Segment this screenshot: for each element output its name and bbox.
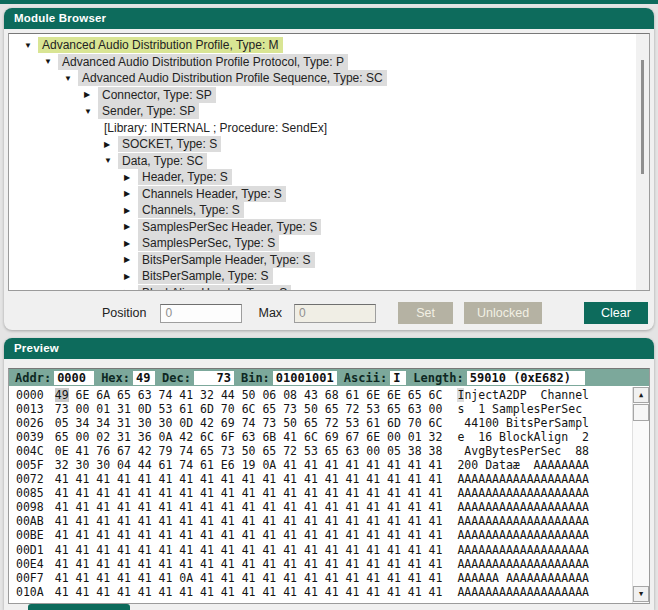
hex-row-ascii[interactable]: AAAAAA AAAAAAAAAAAA <box>457 571 589 585</box>
hex-row-bytes[interactable]: 41 41 41 41 41 41 41 41 41 41 41 41 41 4… <box>55 585 443 599</box>
tree-item[interactable]: ▶BitsPerSample, Type: S <box>9 268 649 285</box>
hex-row-bytes[interactable]: 41 41 41 41 41 41 41 41 41 41 41 41 41 4… <box>55 500 443 514</box>
selected-byte[interactable]: 49 <box>55 388 69 402</box>
hex-row-ascii[interactable]: AAAAAAAAAAAAAAAAAAA <box>457 500 589 514</box>
tree-item[interactable]: ▶Channels, Type: S <box>9 202 649 219</box>
tree-item[interactable]: ▶BitsPerSample Header, Type: S <box>9 252 649 269</box>
hex-row-ascii[interactable]: AvgBytesPerSec 88 <box>457 444 589 458</box>
hex-row-bytes[interactable]: 41 41 41 41 41 41 41 41 41 41 41 41 41 4… <box>55 543 443 557</box>
hex-row-bytes[interactable]: 41 41 41 41 41 41 41 41 41 41 41 41 41 4… <box>55 528 443 542</box>
tree-item[interactable]: ▶SamplesPerSec Header, Type: S <box>9 219 649 236</box>
hex-row-ascii[interactable]: AAAAAAAAAAAAAAAAAAA <box>457 557 589 571</box>
bin-value: 01001001 <box>273 371 337 385</box>
tree-item[interactable]: ▼Advanced Audio Distribution Profile, Ty… <box>9 37 649 54</box>
hex-row[interactable]: 008541 41 41 41 41 41 41 41 41 41 41 41 … <box>16 486 649 500</box>
tree-item[interactable]: ▶SamplesPerSec, Type: S <box>9 235 649 252</box>
tree-item-label: Advanced Audio Distribution Profile, Typ… <box>38 37 283 53</box>
hex-row-bytes[interactable]: 41 41 41 41 41 41 41 41 41 41 41 41 41 4… <box>55 472 443 486</box>
tree-item[interactable]: ▼Advanced Audio Distribution Profile Pro… <box>9 54 649 71</box>
scroll-up-icon[interactable]: ▲ <box>633 387 649 403</box>
hex-row[interactable]: 00BE41 41 41 41 41 41 41 41 41 41 41 41 … <box>16 528 649 542</box>
hex-row-ascii[interactable]: 200 Dataæ AAAAAAAA <box>457 458 589 472</box>
hex-row[interactable]: 00E441 41 41 41 41 41 41 41 41 41 41 41 … <box>16 557 649 571</box>
hex-row[interactable]: 000049 6E 6A 65 63 74 41 32 44 50 06 08 … <box>16 388 649 402</box>
tree-item-label: Header, Type: S <box>138 169 232 185</box>
hex-row[interactable]: 003965 00 02 31 36 0A 42 6C 6F 63 6B 41 … <box>16 430 649 444</box>
hex-row-bytes[interactable]: 41 41 41 41 41 41 41 41 41 41 41 41 41 4… <box>55 486 443 500</box>
tree-item[interactable]: ▼Advanced Audio Distribution Profile Seq… <box>9 70 649 87</box>
hex-row[interactable]: 00F741 41 41 41 41 41 0A 41 41 41 41 41 … <box>16 571 649 585</box>
hex-row[interactable]: 005F32 30 30 04 44 61 74 61 E6 19 0A 41 … <box>16 458 649 472</box>
hex-row-ascii[interactable]: s 1 SamplesPerSec <box>457 402 589 416</box>
expand-arrow-icon[interactable]: ▶ <box>123 272 138 281</box>
hex-row-ascii[interactable]: 44100 BitsPerSampl <box>457 416 589 430</box>
hex-row-bytes[interactable]: 0E 41 76 67 42 79 74 65 73 50 65 72 53 6… <box>55 444 443 458</box>
expand-arrow-icon[interactable]: ▶ <box>123 239 138 248</box>
tree-scrollbar[interactable] <box>636 34 649 290</box>
hex-row[interactable]: 002605 34 34 31 30 30 0D 42 69 74 73 50 … <box>16 416 649 430</box>
hex-row-bytes[interactable]: 41 41 41 41 41 41 41 41 41 41 41 41 41 4… <box>55 557 443 571</box>
hex-row-ascii[interactable]: AAAAAAAAAAAAAAAAAAA <box>457 585 589 599</box>
collapse-arrow-icon[interactable]: ▼ <box>103 156 118 165</box>
hex-row[interactable]: 007241 41 41 41 41 41 41 41 41 41 41 41 … <box>16 472 649 486</box>
hex-row-ascii[interactable]: AAAAAAAAAAAAAAAAAAA <box>457 543 589 557</box>
hex-row-ascii[interactable]: e 16 BlockAlign 2 <box>457 430 589 444</box>
dec-label: Dec: <box>162 371 191 385</box>
hex-row-ascii[interactable]: AAAAAAAAAAAAAAAAAAA <box>457 514 589 528</box>
selected-ascii-char[interactable]: I <box>457 388 464 402</box>
tree-item[interactable]: [Library: INTERNAL ; Procedure: SendEx] <box>9 120 649 137</box>
tree-scrollbar-thumb[interactable] <box>641 60 644 174</box>
hex-row[interactable]: 00D141 41 41 41 41 41 41 41 41 41 41 41 … <box>16 543 649 557</box>
expand-arrow-icon[interactable]: ▶ <box>103 140 118 149</box>
hex-row-address: 00E4 <box>16 557 44 571</box>
position-input[interactable] <box>160 304 242 323</box>
hex-row[interactable]: 00AB41 41 41 41 41 41 41 41 41 41 41 41 … <box>16 514 649 528</box>
hex-row-bytes[interactable]: 32 30 30 04 44 61 74 61 E6 19 0A 41 41 4… <box>55 458 443 472</box>
expand-arrow-icon[interactable]: ▶ <box>123 173 138 182</box>
hex-row[interactable]: 009841 41 41 41 41 41 41 41 41 41 41 41 … <box>16 500 649 514</box>
expand-arrow-icon[interactable]: ▶ <box>123 255 138 264</box>
set-button[interactable]: Set <box>398 302 453 324</box>
expand-arrow-icon[interactable]: ▶ <box>123 222 138 231</box>
expand-arrow-icon[interactable]: ▶ <box>123 189 138 198</box>
expand-arrow-icon[interactable]: ▶ <box>83 90 98 99</box>
hex-row-ascii[interactable]: InjectA2DP Channel <box>457 388 589 402</box>
hex-row[interactable]: 001373 00 01 31 0D 53 61 6D 70 6C 65 73 … <box>16 402 649 416</box>
hex-row-bytes[interactable]: 49 6E 6A 65 63 74 41 32 44 50 06 08 43 6… <box>55 388 443 402</box>
hex-row[interactable]: 004C0E 41 76 67 42 79 74 65 73 50 65 72 … <box>16 444 649 458</box>
unlocked-button[interactable]: Unlocked <box>464 302 542 324</box>
hex-row[interactable]: 010A41 41 41 41 41 41 41 41 41 41 41 41 … <box>16 585 649 599</box>
hex-row-bytes[interactable]: 05 34 34 31 30 30 0D 42 69 74 73 50 65 7… <box>55 416 443 430</box>
collapse-arrow-icon[interactable]: ▼ <box>23 41 38 50</box>
hex-row-ascii[interactable]: AAAAAAAAAAAAAAAAAAA <box>457 528 589 542</box>
scroll-down-icon[interactable]: ▼ <box>633 586 649 602</box>
hex-row-bytes[interactable]: 73 00 01 31 0D 53 61 6D 70 6C 65 73 50 6… <box>55 402 443 416</box>
hex-scrollbar[interactable]: ▲ ▼ <box>632 387 649 603</box>
expand-arrow-icon[interactable]: ▶ <box>123 206 138 215</box>
hex-row-bytes[interactable]: 41 41 41 41 41 41 41 41 41 41 41 41 41 4… <box>55 514 443 528</box>
partial-bottom-button[interactable] <box>28 604 130 610</box>
collapse-arrow-icon[interactable]: ▼ <box>63 74 78 83</box>
max-label: Max <box>258 306 282 320</box>
tree-item[interactable]: ▶BlockAlign Header, Type: S <box>9 285 649 292</box>
max-input[interactable] <box>294 304 376 323</box>
hex-row-ascii[interactable]: AAAAAAAAAAAAAAAAAAA <box>457 472 589 486</box>
collapse-arrow-icon[interactable]: ▼ <box>83 107 98 116</box>
tree-item[interactable]: ▶Connector, Type: SP <box>9 87 649 104</box>
tree-item[interactable]: ▶Channels Header, Type: S <box>9 186 649 203</box>
hex-row-address: 0039 <box>16 430 44 444</box>
hex-row-ascii[interactable]: AAAAAAAAAAAAAAAAAAA <box>457 486 589 500</box>
hex-dump[interactable]: 000049 6E 6A 65 63 74 41 32 44 50 06 08 … <box>9 386 649 599</box>
hex-scrollbar-thumb[interactable] <box>633 404 649 421</box>
collapse-arrow-icon[interactable]: ▼ <box>43 57 58 66</box>
hex-row-bytes[interactable]: 65 00 02 31 36 0A 42 6C 6F 63 6B 41 6C 6… <box>55 430 443 444</box>
tree-item-label: Advanced Audio Distribution Profile Prot… <box>58 54 348 70</box>
tree-item[interactable]: ▶SOCKET, Type: S <box>9 136 649 153</box>
tree-item[interactable]: ▶Header, Type: S <box>9 169 649 186</box>
expand-arrow-icon[interactable]: ▶ <box>123 288 138 291</box>
tree-item[interactable]: ▼Sender, Type: SP <box>9 103 649 120</box>
hex-row-bytes[interactable]: 41 41 41 41 41 41 0A 41 41 41 41 41 41 4… <box>55 571 443 585</box>
module-tree[interactable]: ▼Advanced Audio Distribution Profile, Ty… <box>8 33 650 291</box>
tree-item[interactable]: ▼Data, Type: SC <box>9 153 649 170</box>
clear-button[interactable]: Clear <box>584 302 648 324</box>
